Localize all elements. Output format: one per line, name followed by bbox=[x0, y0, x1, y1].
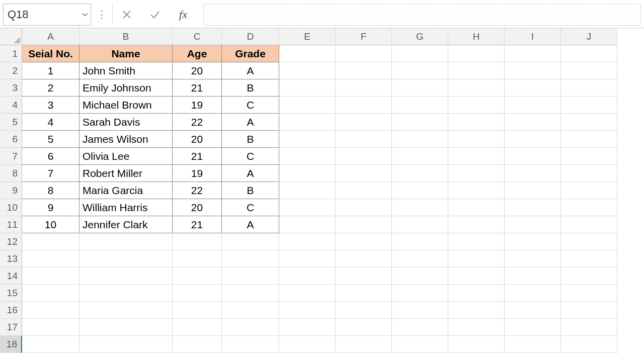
cell-J13[interactable] bbox=[561, 250, 617, 267]
cell-B17[interactable] bbox=[79, 319, 173, 336]
cell-name[interactable]: Emily Johnson bbox=[79, 79, 173, 97]
select-all-corner[interactable] bbox=[0, 28, 22, 45]
cell-F6[interactable] bbox=[336, 131, 392, 148]
cell-F11[interactable] bbox=[336, 216, 392, 233]
header-age[interactable]: Age bbox=[173, 45, 222, 62]
cell-age[interactable]: 21 bbox=[173, 79, 222, 97]
cell-G10[interactable] bbox=[392, 199, 448, 216]
column-header-F[interactable]: F bbox=[336, 28, 392, 45]
cell-H4[interactable] bbox=[448, 97, 505, 114]
row-header-2[interactable]: 2 bbox=[0, 62, 22, 79]
cell-grade[interactable]: C bbox=[222, 199, 279, 216]
cell-grade[interactable]: B bbox=[222, 79, 279, 97]
cell-serial[interactable]: 1 bbox=[22, 62, 79, 79]
cell-D18[interactable] bbox=[222, 336, 279, 353]
cell-F5[interactable] bbox=[336, 114, 392, 131]
cell-J15[interactable] bbox=[561, 285, 617, 302]
cell-grade[interactable]: A bbox=[222, 165, 279, 182]
column-header-B[interactable]: B bbox=[79, 28, 173, 45]
cell-H9[interactable] bbox=[448, 182, 505, 199]
cell-D15[interactable] bbox=[222, 285, 279, 302]
cell-I15[interactable] bbox=[505, 285, 561, 302]
cell-F2[interactable] bbox=[336, 62, 392, 79]
cell-E2[interactable] bbox=[279, 62, 336, 79]
cell-age[interactable]: 21 bbox=[173, 216, 222, 233]
cell-E15[interactable] bbox=[279, 285, 336, 302]
cell-D17[interactable] bbox=[222, 319, 279, 336]
cell-D16[interactable] bbox=[222, 302, 279, 319]
cell-E14[interactable] bbox=[279, 267, 336, 285]
cell-I4[interactable] bbox=[505, 97, 561, 114]
cell-name[interactable]: Jennifer Clark bbox=[79, 216, 173, 233]
cell-A18[interactable] bbox=[22, 336, 79, 353]
column-header-E[interactable]: E bbox=[279, 28, 336, 45]
cell-E4[interactable] bbox=[279, 97, 336, 114]
cell-F14[interactable] bbox=[336, 267, 392, 285]
cell-H11[interactable] bbox=[448, 216, 505, 233]
cell-G9[interactable] bbox=[392, 182, 448, 199]
cell-I5[interactable] bbox=[505, 114, 561, 131]
cell-serial[interactable]: 6 bbox=[22, 148, 79, 165]
cell-name[interactable]: Sarah Davis bbox=[79, 114, 173, 131]
cell-serial[interactable]: 7 bbox=[22, 165, 79, 182]
cell-B13[interactable] bbox=[79, 250, 173, 267]
cell-I7[interactable] bbox=[505, 148, 561, 165]
cell-F17[interactable] bbox=[336, 319, 392, 336]
cell-G7[interactable] bbox=[392, 148, 448, 165]
cell-C15[interactable] bbox=[173, 285, 222, 302]
cell-I16[interactable] bbox=[505, 302, 561, 319]
cell-J10[interactable] bbox=[561, 199, 617, 216]
cell-E10[interactable] bbox=[279, 199, 336, 216]
cell-E6[interactable] bbox=[279, 131, 336, 148]
cell-I14[interactable] bbox=[505, 267, 561, 285]
cell-E1[interactable] bbox=[279, 45, 336, 62]
spreadsheet-grid[interactable]: ABCDEFGHIJ1Seial No.NameAgeGrade21John S… bbox=[0, 28, 644, 353]
cell-E16[interactable] bbox=[279, 302, 336, 319]
cell-G12[interactable] bbox=[392, 233, 448, 250]
cell-grade[interactable]: C bbox=[222, 148, 279, 165]
name-box[interactable] bbox=[3, 4, 91, 26]
cell-H12[interactable] bbox=[448, 233, 505, 250]
cell-I10[interactable] bbox=[505, 199, 561, 216]
row-header-1[interactable]: 1 bbox=[0, 45, 22, 62]
cell-H17[interactable] bbox=[448, 319, 505, 336]
cell-I13[interactable] bbox=[505, 250, 561, 267]
row-header-3[interactable]: 3 bbox=[0, 79, 22, 97]
column-header-H[interactable]: H bbox=[448, 28, 505, 45]
cell-name[interactable]: William Harris bbox=[79, 199, 173, 216]
cell-G5[interactable] bbox=[392, 114, 448, 131]
cell-G1[interactable] bbox=[392, 45, 448, 62]
cell-G6[interactable] bbox=[392, 131, 448, 148]
cell-C13[interactable] bbox=[173, 250, 222, 267]
row-header-14[interactable]: 14 bbox=[0, 267, 22, 285]
cell-F7[interactable] bbox=[336, 148, 392, 165]
cell-H2[interactable] bbox=[448, 62, 505, 79]
cell-J12[interactable] bbox=[561, 233, 617, 250]
cell-H10[interactable] bbox=[448, 199, 505, 216]
cell-grade[interactable]: B bbox=[222, 131, 279, 148]
cell-serial[interactable]: 10 bbox=[22, 216, 79, 233]
cell-E8[interactable] bbox=[279, 165, 336, 182]
cell-J17[interactable] bbox=[561, 319, 617, 336]
cell-E18[interactable] bbox=[279, 336, 336, 353]
cell-J16[interactable] bbox=[561, 302, 617, 319]
cell-age[interactable]: 22 bbox=[173, 182, 222, 199]
cell-A14[interactable] bbox=[22, 267, 79, 285]
cell-name[interactable]: Robert Miller bbox=[79, 165, 173, 182]
formula-input[interactable] bbox=[203, 4, 641, 26]
cell-E17[interactable] bbox=[279, 319, 336, 336]
cell-G4[interactable] bbox=[392, 97, 448, 114]
cell-E3[interactable] bbox=[279, 79, 336, 97]
cell-G18[interactable] bbox=[392, 336, 448, 353]
cell-B16[interactable] bbox=[79, 302, 173, 319]
cell-J14[interactable] bbox=[561, 267, 617, 285]
cancel-button[interactable] bbox=[113, 4, 141, 26]
cell-I11[interactable] bbox=[505, 216, 561, 233]
cell-name[interactable]: Maria Garcia bbox=[79, 182, 173, 199]
cell-F4[interactable] bbox=[336, 97, 392, 114]
cell-B15[interactable] bbox=[79, 285, 173, 302]
cell-E12[interactable] bbox=[279, 233, 336, 250]
cell-J6[interactable] bbox=[561, 131, 617, 148]
cell-G13[interactable] bbox=[392, 250, 448, 267]
cell-H3[interactable] bbox=[448, 79, 505, 97]
